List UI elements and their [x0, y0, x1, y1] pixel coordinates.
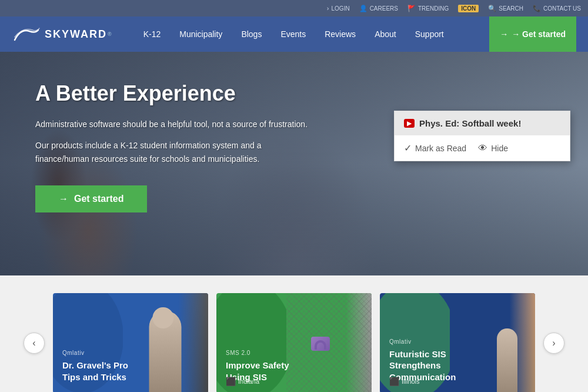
card3-state: Illinois	[402, 378, 420, 385]
hide-label: Hide	[491, 144, 508, 153]
notification-header: ▶ Phys. Ed: Softball week!	[395, 111, 570, 135]
nav-municipality[interactable]: Municipality	[171, 25, 230, 44]
contact-link[interactable]: 📞 CONTACT US	[533, 5, 581, 12]
hero-cta-arrow: →	[59, 194, 68, 204]
card2-footer: ⬛ Indiana	[226, 377, 259, 386]
card-2[interactable]: SMS 2.0 Improve Safety Using SIS ⬛ India…	[216, 293, 372, 392]
card1-content: Qmlativ Dr. Gravel's Pro Tips and Tricks	[53, 293, 138, 392]
logo-text: SKYWARD	[45, 28, 107, 41]
careers-link[interactable]: 👤 CAREERS	[359, 5, 398, 12]
prev-icon: ‹	[32, 338, 35, 348]
main-nav: SKYWARD ® K-12 Municipality Blogs Events…	[0, 16, 588, 52]
nav-about[interactable]: About	[366, 25, 405, 44]
illinois-flag-icon: ⬛	[389, 377, 399, 386]
icon-label: iCON	[458, 5, 479, 12]
nav-cta-label: → Get started	[512, 29, 566, 39]
hero-desc1: Administrative software should be a help…	[35, 118, 318, 131]
logo-area[interactable]: SKYWARD ®	[12, 25, 112, 43]
nav-support[interactable]: Support	[407, 25, 452, 44]
nav-cta-arrow: →	[500, 29, 508, 39]
hero-content: A Better Experience Administrative softw…	[35, 81, 318, 212]
next-icon: ›	[552, 338, 555, 348]
nav-links: K-12 Municipality Blogs Events Reviews A…	[135, 25, 490, 44]
indiana-flag-icon: ⬛	[226, 377, 236, 386]
login-icon: ›	[327, 5, 329, 12]
card2-label: SMS 2.0	[226, 350, 292, 356]
eye-icon: 👁	[478, 143, 487, 154]
notification-card: ▶ Phys. Ed: Softball week! ✓ Mark as Rea…	[394, 111, 570, 161]
card3-footer: ⬛ Illinois	[389, 377, 420, 386]
nav-blogs[interactable]: Blogs	[233, 25, 270, 44]
notification-title: Phys. Ed: Softball week!	[419, 118, 521, 128]
trending-link[interactable]: 🚩 TRENDING	[407, 5, 449, 12]
icon-link[interactable]: iCON	[458, 5, 479, 12]
nav-reviews[interactable]: Reviews	[316, 25, 364, 44]
search-icon: 🔍	[488, 5, 496, 12]
hero-section: A Better Experience Administrative softw…	[0, 52, 588, 275]
hero-title: A Better Experience	[35, 81, 318, 106]
mark-as-read-button[interactable]: ✓ Mark as Read	[404, 142, 466, 154]
skyward-logo-icon	[12, 25, 41, 43]
carousel-next-button[interactable]: ›	[543, 333, 564, 354]
card1-label: Qmlativ	[62, 350, 129, 356]
card2-state: Indiana	[238, 378, 259, 385]
person-icon: 👤	[359, 5, 368, 12]
hero-desc2: Our products include a K-12 student info…	[35, 139, 318, 165]
login-link[interactable]: › LOGIN	[327, 5, 350, 12]
cards-section: ‹ Qmlativ Dr. Gravel's Pro Tips and Tric…	[0, 275, 588, 392]
flag-icon: 🚩	[407, 5, 416, 12]
youtube-icon: ▶	[404, 119, 415, 128]
card-1[interactable]: Qmlativ Dr. Gravel's Pro Tips and Tricks	[53, 293, 208, 392]
checkmark-icon: ✓	[404, 142, 412, 154]
nav-k12[interactable]: K-12	[135, 25, 169, 44]
hero-cta-label: Get started	[74, 194, 123, 204]
card-3[interactable]: Qmlativ Futuristic SIS Strengthens Commu…	[380, 293, 535, 392]
cards-grid: Qmlativ Dr. Gravel's Pro Tips and Tricks…	[45, 293, 543, 392]
notification-actions: ✓ Mark as Read 👁 Hide	[395, 135, 570, 161]
hero-cta-button[interactable]: → Get started	[35, 185, 147, 212]
search-link[interactable]: 🔍 SEARCH	[488, 5, 523, 12]
hide-button[interactable]: 👁 Hide	[478, 143, 508, 154]
nav-events[interactable]: Events	[272, 25, 314, 44]
carousel-prev-button[interactable]: ‹	[24, 333, 45, 354]
top-bar: › LOGIN 👤 CAREERS 🚩 TRENDING iCON 🔍 SEAR…	[0, 0, 588, 16]
phone-icon: 📞	[533, 5, 541, 12]
card3-label: Qmlativ	[389, 338, 456, 345]
mark-as-read-label: Mark as Read	[415, 144, 466, 153]
nav-get-started-button[interactable]: → → Get started	[489, 16, 576, 52]
card1-title: Dr. Gravel's Pro Tips and Tricks	[62, 360, 129, 383]
